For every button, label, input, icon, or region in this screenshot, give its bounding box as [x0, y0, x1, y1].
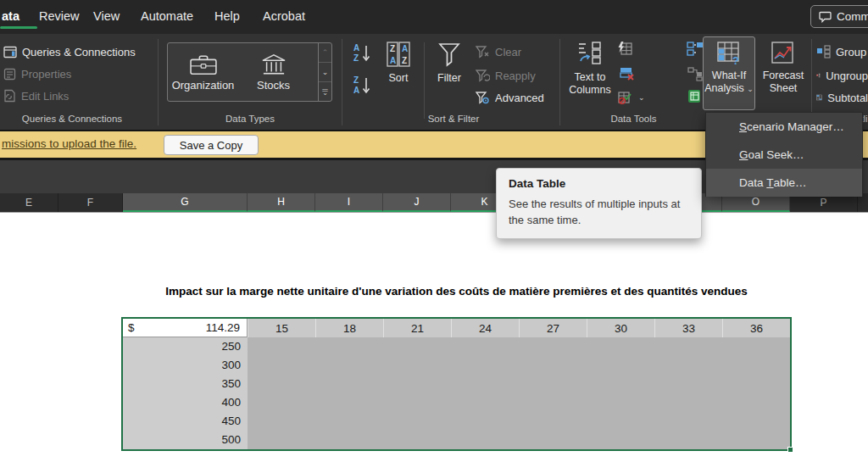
menu-bar: ata Review View Automate Help Acrobat Co…: [0, 0, 868, 34]
relationships-button[interactable]: [687, 66, 704, 81]
column-input-cell[interactable]: 36: [722, 319, 790, 337]
what-if-analysis-button[interactable]: ? What-If Analysis ⌄: [703, 36, 755, 110]
fill-handle[interactable]: [787, 447, 793, 453]
column-header-j[interactable]: J: [383, 193, 451, 212]
what-if-analysis-icon: ?: [716, 41, 742, 66]
column-input-cell[interactable]: 15: [248, 319, 315, 337]
column-input-cell[interactable]: 18: [315, 319, 383, 337]
column-header-i[interactable]: I: [315, 193, 383, 212]
column-input-cell[interactable]: 33: [654, 319, 722, 337]
ungroup-button[interactable]: Ungroup: [816, 66, 868, 85]
properties-icon: [3, 68, 16, 81]
clear-filter-button[interactable]: Clear: [475, 42, 521, 61]
cost-value: 114.29: [206, 321, 240, 334]
data-types-gallery: Organization Stocks ⌃ ⌄ ═⌄: [167, 42, 332, 102]
data-table-selection: $ 114.29 15 18 21 24 27 30 33 36 250 300…: [123, 319, 790, 449]
organization-label: Organization: [172, 79, 235, 92]
comment-bubble-icon: [819, 11, 832, 23]
column-header-f[interactable]: F: [58, 193, 123, 212]
tooltip-title: Data Table: [509, 177, 689, 190]
upload-permissions-link[interactable]: missions to upload the file.: [2, 137, 136, 150]
svg-text:Z: Z: [390, 44, 395, 53]
text-to-columns-button[interactable]: Text to Columns: [565, 41, 615, 97]
column-input-cell[interactable]: 24: [451, 319, 519, 337]
column-header-h[interactable]: H: [248, 193, 315, 212]
menu-tab-review[interactable]: Review: [39, 9, 80, 23]
menu-tab-view[interactable]: View: [93, 9, 120, 23]
sort-button[interactable]: ZAAZ Sort: [380, 41, 417, 85]
queries-and-connections-button[interactable]: Queries & Connections: [3, 42, 136, 61]
stocks-data-type[interactable]: Stocks: [238, 43, 309, 101]
column-input-cell[interactable]: 21: [383, 319, 451, 337]
consolidate-button[interactable]: [687, 41, 704, 56]
forecast-label-line2: Sheet: [770, 82, 798, 95]
gallery-scroll-strip: ⌃ ⌄ ═⌄: [318, 43, 331, 101]
gallery-scroll-down-icon[interactable]: ⌄: [319, 63, 331, 82]
svg-text:A: A: [402, 44, 408, 53]
subtotal-button[interactable]: Subtotal: [816, 88, 868, 107]
tooltip-body-line2: the same time.: [509, 212, 689, 228]
reapply-label: Reapply: [495, 70, 536, 82]
relationships-icon: [687, 66, 704, 81]
sort-label: Sort: [389, 72, 409, 85]
group-icon: [816, 45, 831, 58]
queries-connections-label: Queries & Connections: [22, 46, 136, 58]
svg-text:A: A: [353, 86, 359, 95]
menu-item-scenario-manager[interactable]: Scenario Manager…: [706, 113, 862, 141]
svg-text:Z: Z: [353, 75, 359, 85]
sort-descending-button[interactable]: ZA: [351, 75, 373, 97]
save-a-copy-button[interactable]: Save a Copy: [164, 135, 259, 155]
chevron-down-icon: ⌄: [747, 85, 754, 93]
active-cell-cost[interactable]: $ 114.29: [123, 319, 248, 337]
menu-tab-help[interactable]: Help: [214, 9, 240, 23]
svg-text:A: A: [353, 43, 359, 53]
text-to-columns-icon: [577, 41, 603, 66]
properties-label: Properties: [21, 68, 71, 81]
column-header-g[interactable]: G: [123, 193, 248, 212]
manage-data-model-button[interactable]: [687, 88, 704, 104]
excel-window: ata Review View Automate Help Acrobat Co…: [0, 0, 868, 462]
flash-fill-icon: [617, 41, 633, 56]
what-if-label-line1: What-If: [712, 70, 746, 82]
menu-item-data-table[interactable]: Data Table…: [706, 169, 862, 197]
tooltip-body-line1: See the results of multiple inputs at: [509, 196, 689, 212]
menu-tab-data[interactable]: ata: [2, 9, 19, 23]
row-input-cell: 500: [123, 431, 248, 449]
comments-label: Comm: [837, 10, 868, 23]
group-button[interactable]: Group: [816, 42, 868, 61]
forecast-sheet-button[interactable]: Forecast Sheet: [760, 41, 807, 95]
advanced-filter-icon: [475, 91, 490, 104]
menu-tab-automate[interactable]: Automate: [141, 9, 193, 23]
forecast-sheet-icon: [771, 41, 796, 66]
gallery-scroll-up-icon[interactable]: ⌃: [319, 43, 331, 63]
active-tab-underline: [0, 26, 37, 29]
flash-fill-button[interactable]: [617, 41, 633, 56]
column-input-cell[interactable]: 30: [587, 319, 654, 337]
remove-duplicates-button[interactable]: [619, 66, 635, 81]
filter-label: Filter: [437, 72, 461, 85]
sort-ascending-button[interactable]: AZ: [351, 42, 373, 64]
column-header-e[interactable]: E: [0, 193, 58, 212]
clear-filter-icon: [475, 45, 490, 58]
reapply-filter-button[interactable]: Reapply: [475, 66, 536, 85]
data-validation-button[interactable]: ⌄: [617, 88, 645, 107]
row-input-column[interactable]: 250 300 350 400 450 500: [123, 337, 248, 449]
column-input-cell[interactable]: 27: [519, 319, 587, 337]
row-input-cell: 450: [123, 412, 248, 431]
organization-data-type[interactable]: Organization: [168, 43, 238, 101]
properties-button[interactable]: Properties: [3, 64, 71, 83]
edit-links-button[interactable]: Edit Links: [3, 86, 69, 105]
clear-label: Clear: [495, 46, 521, 58]
comments-button[interactable]: Comm: [810, 5, 868, 28]
stocks-label: Stocks: [257, 79, 290, 92]
result-cells-area[interactable]: [248, 337, 790, 449]
gallery-expand-icon[interactable]: ═⌄: [319, 82, 331, 101]
text-to-columns-label-line1: Text to: [575, 71, 606, 84]
ungroup-label: Ungroup: [826, 70, 868, 82]
row-input-cell: 400: [123, 393, 248, 412]
chevron-down-icon: ⌄: [638, 93, 645, 102]
filter-button[interactable]: Filter: [431, 41, 468, 85]
menu-item-goal-seek[interactable]: Goal Seek…: [706, 141, 862, 169]
advanced-filter-button[interactable]: Advanced: [475, 88, 544, 107]
menu-tab-acrobat[interactable]: Acrobat: [263, 9, 305, 23]
